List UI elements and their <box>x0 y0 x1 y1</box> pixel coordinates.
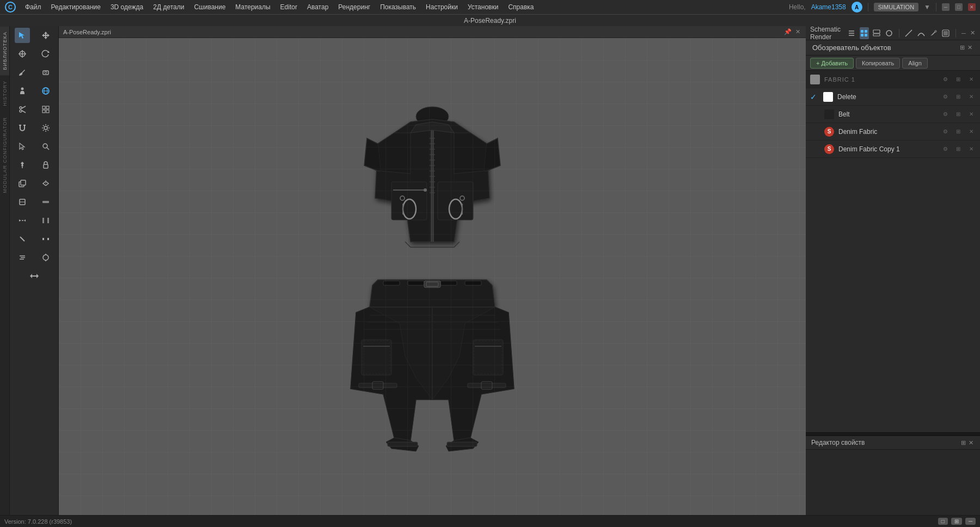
tool-row-5 <box>10 100 58 119</box>
pan-tool[interactable] <box>27 268 42 284</box>
fabric-delete-copy[interactable]: ⊞ <box>954 93 963 101</box>
schematic-grid-view[interactable] <box>860 27 869 39</box>
svg-rect-70 <box>391 182 427 220</box>
svg-rect-88 <box>473 340 503 375</box>
fabric-delete-name: Delete <box>837 93 936 101</box>
menu-install[interactable]: Установки <box>463 2 503 13</box>
measure-tool[interactable] <box>38 231 53 247</box>
fabric-delete-settings[interactable]: ⚙ <box>941 93 950 101</box>
menu-file[interactable]: Файл <box>21 2 46 13</box>
fabric-denim-copy1-settings[interactable]: ⚙ <box>941 145 950 154</box>
grid-tool[interactable] <box>38 102 53 117</box>
select-tool[interactable] <box>15 28 30 43</box>
fabric-belt-remove[interactable]: ✕ <box>967 110 976 119</box>
statusbar-btn-2[interactable]: ⊞ <box>951 518 962 525</box>
properties-close-btn[interactable]: ✕ <box>967 439 975 446</box>
copy-button[interactable]: Копировать <box>856 58 900 69</box>
menu-help[interactable]: Справка <box>504 2 538 13</box>
schematic-minimize-btn[interactable]: ─ <box>961 29 967 37</box>
sun-tool[interactable] <box>38 120 53 136</box>
zoom-tool[interactable] <box>38 139 53 154</box>
lock-tool[interactable] <box>38 157 53 173</box>
align-button[interactable]: Align <box>902 58 927 69</box>
svg-line-15 <box>22 111 26 113</box>
svg-rect-47 <box>42 238 44 240</box>
eraser-tool[interactable] <box>38 65 53 80</box>
fabric-section-copy[interactable]: ⊞ <box>954 75 963 84</box>
schematic-curve-tool[interactable] <box>916 27 926 39</box>
viewport-close-btn[interactable]: ✕ <box>794 28 801 36</box>
menu-materials[interactable]: Материалы <box>231 2 274 13</box>
schematic-close-btn[interactable]: ✕ <box>970 29 976 37</box>
schematic-line-tool[interactable] <box>904 27 913 39</box>
fabric-belt-copy[interactable]: ⊞ <box>954 110 963 119</box>
sidebar-tab-history[interactable]: HISTORY <box>0 75 9 112</box>
schematic-paint-tool[interactable] <box>929 27 938 39</box>
column-tool[interactable] <box>38 213 53 228</box>
user-avatar[interactable]: A <box>852 2 862 13</box>
menu-show[interactable]: Показывать <box>376 2 420 13</box>
simulation-button[interactable]: SIMULATION <box>874 3 918 11</box>
symmetry-tool[interactable] <box>38 176 53 191</box>
username-link[interactable]: Akame1358 <box>811 3 846 11</box>
fabric-denim-copy[interactable]: ⊞ <box>954 127 963 136</box>
maximize-button[interactable]: □ <box>955 3 963 11</box>
magnet-tool[interactable] <box>15 120 30 136</box>
person-tool[interactable] <box>15 83 30 99</box>
menu-3d-clothes[interactable]: 3D одежда <box>106 2 148 13</box>
snap-tool[interactable] <box>38 250 53 265</box>
fabric-denim-copy1-remove[interactable]: ✕ <box>967 145 976 154</box>
move-tool[interactable] <box>15 46 30 62</box>
brush-tool[interactable] <box>15 65 30 80</box>
viewport-controls: 📌 ✕ <box>784 28 801 36</box>
schematic-large-view[interactable] <box>872 27 881 39</box>
pin-tool[interactable] <box>15 157 30 173</box>
menu-editor[interactable]: Editor <box>276 2 302 13</box>
rotate-tool[interactable] <box>38 46 53 62</box>
menu-settings[interactable]: Настройки <box>421 2 462 13</box>
menu-edit[interactable]: Редактирование <box>47 2 105 13</box>
properties-expand-btn[interactable]: ⊞ <box>959 439 967 446</box>
viewport-pin-btn[interactable]: 📌 <box>784 28 792 36</box>
fabric-section-delete[interactable]: ✕ <box>967 75 976 84</box>
menu-sewing[interactable]: Сшивание <box>189 2 230 13</box>
schematic-list-view[interactable] <box>847 27 856 39</box>
fold-tool[interactable] <box>15 231 30 247</box>
stitch-tool[interactable] <box>15 213 30 228</box>
close-button[interactable]: ✕ <box>968 3 976 11</box>
menu-2d-details[interactable]: 2Д детали <box>149 2 188 13</box>
schematic-small-view[interactable] <box>885 27 894 39</box>
fabric-section-settings[interactable]: ⚙ <box>941 75 950 84</box>
cursor-tool[interactable] <box>15 139 30 154</box>
add-button[interactable]: + Добавить <box>810 58 854 69</box>
viewport-canvas[interactable] <box>59 38 806 515</box>
fabric-delete-remove[interactable]: ✕ <box>967 93 976 101</box>
fabric-denim-settings[interactable]: ⚙ <box>941 127 950 136</box>
copy-tool[interactable] <box>15 176 30 191</box>
layer-tool[interactable] <box>15 250 30 265</box>
simulation-arrow[interactable]: ▼ <box>924 3 930 11</box>
fabric-item-delete[interactable]: ✓ Delete ⚙ ⊞ ✕ <box>806 88 980 106</box>
fabric-item-denim-copy1[interactable]: S Denim Fabric Copy 1 ⚙ ⊞ ✕ <box>806 140 980 158</box>
transform-tool[interactable] <box>38 28 53 43</box>
obj-browser-close-btn[interactable]: ✕ <box>966 44 973 52</box>
scissors-tool[interactable] <box>15 102 30 117</box>
sidebar-tab-modular[interactable]: MODULAR CONFIGURATOR <box>0 112 9 199</box>
menu-rendering[interactable]: Рендеринг <box>334 2 375 13</box>
sidebar-tab-library[interactable]: БИБЛИОТЕКА <box>0 26 9 75</box>
fabric-belt-settings[interactable]: ⚙ <box>941 110 950 119</box>
globe-tool[interactable] <box>38 83 53 99</box>
menu-avatar[interactable]: Аватар <box>303 2 333 13</box>
minimize-button[interactable]: ─ <box>942 3 950 11</box>
fabric-item-denim[interactable]: S Denim Fabric ⚙ ⊞ ✕ <box>806 123 980 140</box>
fabric-denim-copy1-copy[interactable]: ⊞ <box>954 145 963 154</box>
expand-tool[interactable] <box>15 194 30 210</box>
fabric-denim-remove[interactable]: ✕ <box>967 127 976 136</box>
flat-tool[interactable] <box>38 194 53 210</box>
fabric-item-belt[interactable]: Belt ⚙ ⊞ ✕ <box>806 106 980 123</box>
schematic-fill-tool[interactable] <box>941 27 951 39</box>
statusbar-btn-1[interactable]: □ <box>938 518 948 525</box>
svg-point-31 <box>43 144 47 148</box>
obj-browser-expand-btn[interactable]: ⊞ <box>958 44 966 52</box>
statusbar-btn-3[interactable]: ─ <box>965 518 976 525</box>
